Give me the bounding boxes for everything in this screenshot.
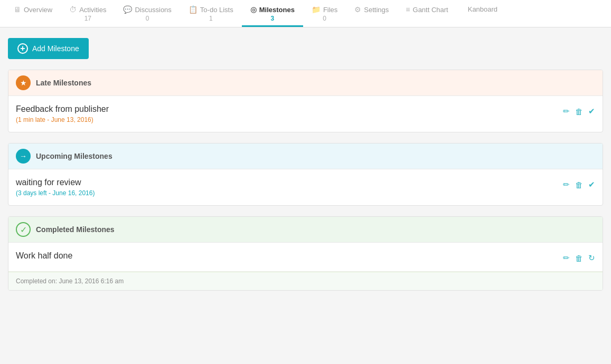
milestone-info-completed-0: Work half done: [16, 251, 72, 263]
section-icon-late: ★: [16, 75, 31, 90]
section-title-upcoming: Upcoming Milestones: [36, 152, 112, 160]
gantt-chart-icon: ≡: [406, 5, 410, 14]
delete-icon-late-0[interactable]: 🗑: [575, 107, 583, 116]
milestone-info-upcoming-0: waiting for review(3 days left - June 16…: [16, 178, 95, 197]
check-icon-upcoming-0[interactable]: ✔: [588, 180, 595, 189]
nav-count-activities: 17: [84, 15, 91, 22]
milestone-info-late-0: Feedback from publisher(1 min late - Jun…: [16, 104, 109, 123]
section-title-completed: Completed Milestones: [36, 225, 115, 234]
nav-label-overview: Overview: [24, 6, 52, 14]
sections-container: ★Late MilestonesFeedback from publisher(…: [8, 70, 603, 291]
edit-icon-late-0[interactable]: ✏: [563, 107, 570, 116]
nav-item-milestones[interactable]: ◎ Milestones 3: [242, 0, 303, 27]
section-header-upcoming: →Upcoming Milestones: [8, 143, 603, 169]
activities-icon: ⏱: [69, 5, 77, 14]
top-nav: 🖥 Overview ⏱ Activities 17 💬 Discussions…: [0, 0, 611, 27]
milestone-actions-completed-0: ✏🗑↻: [563, 253, 595, 263]
plus-circle-icon: +: [17, 43, 28, 54]
nav-count-milestones: 3: [270, 15, 274, 22]
milestone-actions-upcoming-0: ✏🗑✔: [563, 180, 595, 189]
milestone-actions-late-0: ✏🗑✔: [563, 107, 595, 116]
milestone-subtitle-upcoming-0: (3 days left - June 16, 2016): [16, 189, 95, 197]
section-title-late: Late Milestones: [36, 79, 91, 87]
delete-icon-upcoming-0[interactable]: 🗑: [575, 180, 583, 189]
nav-label-gantt-chart: Gantt Chart: [413, 6, 448, 14]
milestones-icon: ◎: [250, 5, 257, 14]
section-header-completed: ✓Completed Milestones: [8, 217, 603, 243]
edit-icon-completed-0[interactable]: ✏: [563, 253, 570, 263]
section-completed: ✓Completed MilestonesWork half done✏🗑↻Co…: [8, 216, 603, 291]
todo-lists-icon: 📋: [189, 5, 198, 14]
nav-item-settings[interactable]: ⚙ Settings: [346, 0, 397, 27]
discussions-icon: 💬: [123, 5, 132, 14]
edit-icon-upcoming-0[interactable]: ✏: [563, 180, 570, 189]
nav-item-gantt-chart[interactable]: ≡ Gantt Chart: [397, 0, 456, 27]
nav-item-files[interactable]: 📁 Files 0: [303, 0, 346, 27]
nav-count-discussions: 0: [146, 15, 149, 22]
nav-label-todo-lists: To-do Lists: [200, 6, 233, 14]
milestone-title-late-0: Feedback from publisher: [16, 104, 109, 114]
section-header-late: ★Late Milestones: [8, 70, 603, 96]
nav-label-kanboard: Kanboard: [468, 5, 497, 13]
add-milestone-label: Add Milestone: [32, 44, 79, 53]
nav-label-milestones: Milestones: [259, 6, 295, 14]
milestone-item-upcoming-0: waiting for review(3 days left - June 16…: [8, 169, 603, 205]
nav-label-activities: Activities: [79, 6, 106, 14]
section-icon-completed: ✓: [16, 222, 31, 237]
nav-count-files: 0: [323, 15, 326, 22]
settings-icon: ⚙: [354, 5, 361, 14]
milestone-subtitle-late-0: (1 min late - June 13, 2016): [16, 116, 109, 123]
milestone-item-late-0: Feedback from publisher(1 min late - Jun…: [8, 96, 603, 132]
nav-item-kanboard[interactable]: Kanboard: [457, 0, 506, 27]
add-milestone-button[interactable]: + Add Milestone: [8, 38, 89, 59]
section-icon-upcoming: →: [16, 149, 31, 164]
nav-item-activities[interactable]: ⏱ Activities 17: [61, 0, 115, 27]
files-icon: 📁: [312, 5, 321, 14]
section-upcoming: →Upcoming Milestoneswaiting for review(3…: [8, 143, 603, 206]
delete-icon-completed-0[interactable]: 🗑: [575, 254, 583, 263]
nav-label-settings: Settings: [364, 6, 389, 14]
section-footer-completed: Completed on: June 13, 2016 6:16 am: [8, 272, 603, 290]
nav-item-todo-lists[interactable]: 📋 To-do Lists 1: [180, 0, 242, 27]
nav-item-discussions[interactable]: 💬 Discussions 0: [115, 0, 180, 27]
main-content: + Add Milestone ★Late MilestonesFeedback…: [0, 27, 611, 312]
overview-icon: 🖥: [14, 5, 21, 14]
undo-icon-completed-0[interactable]: ↻: [588, 253, 595, 263]
milestone-title-completed-0: Work half done: [16, 251, 72, 261]
milestone-item-completed-0: Work half done✏🗑↻: [8, 243, 603, 272]
nav-label-files: Files: [323, 6, 337, 14]
milestone-title-upcoming-0: waiting for review: [16, 178, 95, 187]
nav-label-discussions: Discussions: [135, 6, 171, 14]
check-icon-late-0[interactable]: ✔: [588, 107, 595, 116]
section-late: ★Late MilestonesFeedback from publisher(…: [8, 70, 603, 132]
nav-count-todo-lists: 1: [209, 15, 213, 22]
nav-item-overview[interactable]: 🖥 Overview: [5, 0, 61, 27]
